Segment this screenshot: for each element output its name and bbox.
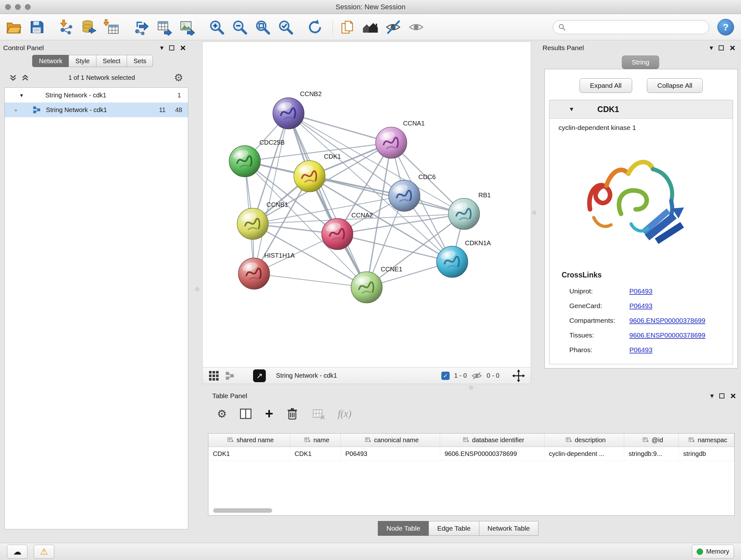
node-CDK1[interactable]: CDK1	[294, 153, 341, 192]
zoom-selected-button[interactable]	[276, 18, 295, 37]
panel-maximize-icon[interactable]	[719, 393, 724, 398]
expand-all-button[interactable]: Expand All	[580, 78, 632, 93]
node-HIST1H1A[interactable]: HIST1H1A	[239, 252, 295, 289]
column-header-database-identifier[interactable]: database identifier	[440, 434, 544, 447]
column-header-description[interactable]: description	[544, 434, 624, 447]
warnings-button[interactable]: ⚠	[34, 545, 54, 559]
panel-close-icon[interactable]: ×	[180, 44, 186, 52]
share-view-icon[interactable]	[225, 371, 234, 381]
zoom-fit-button[interactable]	[253, 18, 272, 37]
expand-all-icon[interactable]	[21, 73, 29, 82]
column-header-canonical-name[interactable]: canonical name	[341, 434, 440, 447]
tab-string[interactable]: String	[622, 56, 659, 69]
pan-crosshair-icon[interactable]	[512, 369, 525, 382]
memory-button[interactable]: Memory	[692, 545, 734, 559]
tab-node-table[interactable]: Node Table	[378, 521, 429, 536]
panel-collapse-icon[interactable]: ▾	[710, 392, 714, 399]
crosslink-link[interactable]: 9606.ENSP00000378699	[629, 331, 705, 339]
table-cell[interactable]: CDK1	[290, 447, 341, 461]
splitter-handle-right[interactable]	[532, 211, 536, 214]
import-network-from-database-button[interactable]	[80, 18, 98, 37]
collapse-all-icon[interactable]	[9, 73, 17, 82]
detach-view-button[interactable]: ↗	[253, 369, 266, 382]
table-cell[interactable]: P06493	[341, 447, 440, 461]
horizontal-scrollbar[interactable]	[213, 508, 272, 513]
tab-network[interactable]: Network	[32, 55, 69, 67]
table-cell[interactable]: cyclin-dependent ...	[544, 447, 624, 461]
add-column-icon[interactable]: +	[265, 408, 273, 419]
export-network-button[interactable]	[132, 18, 151, 37]
tab-select[interactable]: Select	[96, 55, 127, 67]
network-row[interactable]: ● String Network - cdk1 11 48	[5, 103, 188, 117]
grid-view-icon[interactable]	[208, 370, 219, 381]
export-image-button[interactable]	[178, 18, 197, 37]
node-CDKN1A[interactable]: CDKN1A	[436, 240, 491, 277]
panel-maximize-icon[interactable]	[169, 45, 174, 51]
selected-checkbox-icon[interactable]: ✓	[441, 372, 450, 380]
table-cell[interactable]: stringdb:9...	[624, 447, 679, 461]
search-input[interactable]	[569, 23, 704, 30]
panel-close-icon[interactable]: ×	[730, 44, 735, 52]
refresh-button[interactable]	[306, 18, 324, 37]
edge-CCNB2-CCNA1[interactable]	[288, 113, 391, 143]
table-cell[interactable]: stringdb	[679, 447, 734, 461]
edge-CCNB2-HIST1H1A[interactable]	[254, 113, 288, 273]
cloud-status-button[interactable]: ☁	[7, 545, 27, 559]
network-options-gear-icon[interactable]: ⚙	[174, 72, 183, 83]
import-table-button[interactable]	[103, 18, 121, 37]
delete-table-icon[interactable]	[312, 407, 326, 421]
import-network-button[interactable]	[57, 18, 75, 37]
open-session-button[interactable]	[4, 18, 23, 37]
close-window-button[interactable]	[5, 4, 11, 10]
table-row[interactable]: CDK1CDK1P064939606.ENSP00000378699cyclin…	[208, 447, 734, 461]
crosslink-link[interactable]: P06493	[629, 346, 652, 354]
zoom-window-button[interactable]	[25, 4, 30, 10]
tab-sets[interactable]: Sets	[127, 55, 153, 67]
export-table-button[interactable]	[155, 18, 174, 37]
edge-CDK1-RB1[interactable]	[310, 176, 464, 214]
zoom-in-button[interactable]	[207, 18, 226, 37]
crosslink-link[interactable]: P06493	[629, 302, 652, 310]
crosslink-link[interactable]: 9606.ENSP00000378699	[629, 317, 705, 324]
home-button[interactable]	[361, 18, 380, 37]
column-header-shared-name[interactable]: shared name	[208, 434, 290, 447]
show-columns-icon[interactable]	[239, 407, 253, 421]
splitter-handle-left[interactable]	[195, 287, 199, 291]
panel-close-icon[interactable]: ×	[730, 392, 736, 400]
show-all-button[interactable]	[407, 18, 425, 37]
network-collection-row[interactable]: ▼ String Network - cdk1 1	[5, 88, 188, 103]
table-options-gear-icon[interactable]: ⚙	[217, 408, 226, 420]
help-button[interactable]: ?	[718, 19, 734, 36]
panel-maximize-icon[interactable]	[719, 45, 724, 51]
save-session-button[interactable]	[27, 18, 46, 37]
edge-HIST1H1A-CCNE1[interactable]	[254, 273, 367, 287]
disclosure-triangle-icon[interactable]: ▼	[19, 92, 26, 98]
network-canvas[interactable]: CCNB2CCNA1CDC25BCDK1CDC6RB1CCNB1CCNA2CDK…	[203, 42, 531, 367]
column-header-namespac[interactable]: namespac	[679, 434, 734, 447]
panel-collapse-icon[interactable]: ▾	[160, 44, 163, 51]
zoom-out-button[interactable]	[230, 18, 249, 37]
copy-document-button[interactable]	[338, 18, 356, 37]
gene-collapse-icon[interactable]: ▼	[569, 106, 575, 113]
column-header-name[interactable]: name	[290, 434, 341, 447]
function-builder-icon[interactable]: f(x)	[338, 408, 351, 420]
node-CCNB2[interactable]: CCNB2	[273, 90, 322, 129]
gene-header[interactable]: ▼ CDK1	[549, 100, 733, 119]
crosslink-link[interactable]: P06493	[629, 287, 652, 295]
table-cell[interactable]: 9606.ENSP00000378699	[440, 447, 544, 461]
tab-style[interactable]: Style	[69, 55, 96, 67]
node-RB1[interactable]: RB1	[448, 192, 491, 230]
collapse-all-button[interactable]: Collapse All	[647, 78, 703, 93]
table-cell[interactable]: CDK1	[208, 447, 290, 461]
tab-network-table[interactable]: Network Table	[479, 521, 539, 536]
minimize-window-button[interactable]	[15, 4, 21, 10]
column-header--id[interactable]: @id	[624, 434, 679, 447]
tab-edge-table[interactable]: Edge Table	[428, 521, 479, 536]
node-CCNA1[interactable]: CCNA1	[376, 120, 425, 159]
splitter-handle-bottom[interactable]	[469, 386, 473, 389]
hide-selected-button[interactable]	[384, 18, 402, 37]
panel-collapse-icon[interactable]: ▾	[710, 44, 713, 51]
edge-CCNB2-CCNE1[interactable]	[288, 113, 367, 287]
node-CCNB1[interactable]: CCNB1	[237, 201, 288, 240]
delete-column-trash-icon[interactable]	[285, 407, 299, 421]
